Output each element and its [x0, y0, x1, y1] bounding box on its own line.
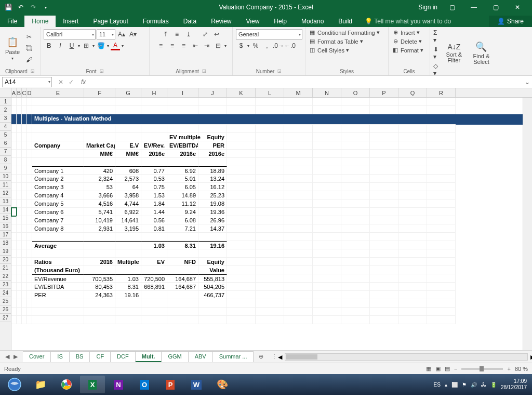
cell[interactable]: [341, 191, 370, 200]
cell[interactable]: [427, 158, 456, 166]
cell[interactable]: [227, 150, 256, 158]
cell[interactable]: [22, 291, 27, 299]
cell[interactable]: 1.53: [141, 191, 167, 200]
cell[interactable]: [370, 208, 398, 216]
col-header-Q[interactable]: Q: [398, 88, 427, 97]
cell[interactable]: [256, 166, 284, 175]
cell[interactable]: [227, 125, 256, 133]
cell[interactable]: EV/EBITDA: [167, 141, 198, 150]
cell[interactable]: Equity: [198, 258, 227, 266]
cell[interactable]: [27, 283, 32, 291]
cell[interactable]: 4,516: [84, 200, 115, 208]
cell[interactable]: [22, 133, 27, 141]
cell[interactable]: [17, 283, 22, 291]
cell[interactable]: [341, 316, 370, 324]
cell[interactable]: [227, 208, 256, 216]
cell[interactable]: [427, 183, 456, 191]
cell[interactable]: [256, 150, 284, 158]
cell[interactable]: [115, 241, 141, 249]
cell[interactable]: 14.37: [198, 224, 227, 233]
cell[interactable]: [198, 158, 227, 166]
cell[interactable]: [427, 125, 456, 133]
cell[interactable]: [22, 150, 27, 158]
cell[interactable]: [427, 283, 456, 291]
cell[interactable]: [17, 208, 22, 216]
cell[interactable]: [27, 224, 32, 233]
cell[interactable]: [115, 308, 141, 316]
cell[interactable]: [198, 316, 227, 324]
cell[interactable]: 2016e: [141, 150, 167, 158]
cell[interactable]: 1.03: [141, 241, 167, 249]
cell[interactable]: [341, 158, 370, 166]
cell[interactable]: [370, 166, 398, 175]
cell[interactable]: [115, 233, 141, 241]
tray-up-icon[interactable]: ▴: [445, 382, 447, 388]
row-header-18[interactable]: 18: [0, 239, 11, 247]
cell[interactable]: [84, 133, 115, 141]
cell[interactable]: [27, 106, 32, 114]
cell[interactable]: [17, 299, 22, 308]
cell[interactable]: [341, 106, 370, 114]
cell[interactable]: [11, 106, 17, 114]
cell[interactable]: [11, 133, 17, 141]
tray-lang[interactable]: ES: [434, 382, 441, 388]
cell[interactable]: [427, 133, 456, 141]
zoom-slider[interactable]: [461, 368, 503, 370]
row-header-15[interactable]: 15: [0, 214, 11, 222]
clear-icon[interactable]: ◇ ▾: [433, 62, 440, 77]
cell[interactable]: [256, 114, 284, 125]
minimize-icon[interactable]: —: [467, 4, 481, 11]
cell[interactable]: 164,687: [167, 274, 198, 283]
cell[interactable]: [17, 150, 22, 158]
cell[interactable]: [398, 114, 427, 125]
cell[interactable]: [17, 274, 22, 283]
cell[interactable]: [284, 106, 313, 114]
cell[interactable]: [370, 249, 398, 258]
cell[interactable]: [341, 224, 370, 233]
cell[interactable]: [227, 316, 256, 324]
cell[interactable]: [167, 98, 198, 106]
cell[interactable]: [198, 308, 227, 316]
row-header-24[interactable]: 24: [0, 289, 11, 297]
cell[interactable]: [115, 98, 141, 106]
col-header-I[interactable]: I: [167, 88, 198, 97]
cell[interactable]: 5,741: [84, 208, 115, 216]
row-header-4[interactable]: 4: [0, 123, 11, 131]
cell[interactable]: [313, 183, 341, 191]
cell[interactable]: [370, 141, 398, 150]
insert-cells-button[interactable]: ⊕Insert ▾: [392, 29, 420, 36]
cell[interactable]: [284, 308, 313, 316]
cell[interactable]: [341, 114, 370, 125]
redo-icon[interactable]: ↷: [29, 3, 37, 11]
row-header-12[interactable]: 12: [0, 189, 11, 197]
cell[interactable]: [256, 258, 284, 266]
cell[interactable]: [370, 241, 398, 249]
cell[interactable]: [84, 158, 115, 166]
col-header-M[interactable]: M: [284, 88, 313, 97]
cell[interactable]: [198, 233, 227, 241]
cell[interactable]: [32, 133, 84, 141]
cell[interactable]: [256, 191, 284, 200]
cell[interactable]: [370, 175, 398, 183]
cell[interactable]: [227, 291, 256, 299]
font-name-combo[interactable]: Calibri▾: [44, 29, 96, 39]
cell[interactable]: [198, 106, 227, 114]
excel-button[interactable]: X: [80, 376, 105, 393]
bold-button[interactable]: B: [44, 41, 54, 50]
cell[interactable]: [11, 224, 17, 233]
cell[interactable]: [284, 98, 313, 106]
col-header-L[interactable]: L: [256, 88, 284, 97]
cell[interactable]: [427, 299, 456, 308]
cell[interactable]: [17, 158, 22, 166]
comma-icon[interactable]: ,: [262, 41, 272, 50]
cell[interactable]: [22, 208, 27, 216]
cell[interactable]: [22, 141, 27, 150]
cell[interactable]: [115, 125, 141, 133]
cell[interactable]: [284, 175, 313, 183]
cell[interactable]: [227, 98, 256, 106]
cell[interactable]: [284, 114, 313, 125]
cell[interactable]: [17, 249, 22, 258]
cell[interactable]: [284, 241, 313, 249]
cell[interactable]: 14,641: [115, 216, 141, 224]
cell[interactable]: [22, 200, 27, 208]
